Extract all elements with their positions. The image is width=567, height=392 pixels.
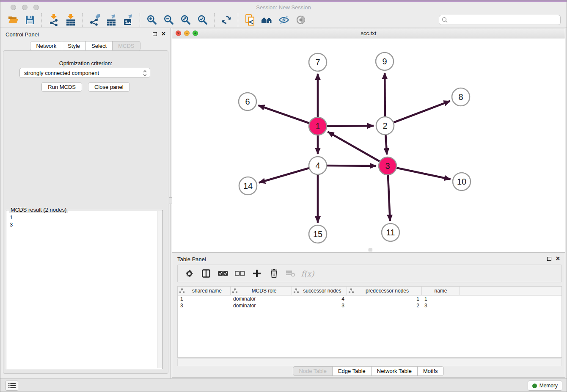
graph-node-label-2: 2	[383, 121, 387, 130]
close-table-panel-icon[interactable]: ×	[556, 255, 560, 262]
toolbar-separator	[82, 13, 83, 27]
table-header-row: shared name MCDS role successor nodes pr…	[178, 287, 561, 295]
tab-edge-table[interactable]: Edge Table	[332, 366, 372, 376]
toolbar-separator	[41, 13, 42, 27]
float-panel-icon[interactable]	[153, 32, 157, 36]
column-header-successor-nodes[interactable]: successor nodes	[292, 287, 347, 295]
close-panel-button[interactable]: Close panel	[88, 82, 130, 92]
mcds-panel: Optimization criterion: strongly connect…	[3, 50, 168, 374]
toolbar-separator	[140, 13, 140, 27]
delete-column-icon[interactable]	[268, 268, 279, 279]
graph-node-label-15: 15	[313, 229, 322, 239]
task-history-button[interactable]	[6, 381, 18, 391]
table-panel: Table Panel ×	[172, 252, 565, 378]
search-input[interactable]	[448, 17, 560, 23]
cell-shared-name: 3	[178, 303, 231, 309]
canvas-splitter-grip[interactable]	[369, 248, 372, 251]
search-box	[439, 15, 561, 25]
optimization-criterion-label: Optimization criterion:	[3, 60, 168, 66]
toolbar-separator	[238, 13, 239, 27]
tab-mcds[interactable]: MCDS	[112, 41, 140, 51]
graph-edge-3-10[interactable]	[388, 166, 451, 179]
graph-node-label-14: 14	[243, 181, 253, 190]
export-network-icon[interactable]	[88, 14, 101, 26]
close-panel-icon[interactable]: ×	[162, 30, 165, 38]
table-tabs: Node Table Edge Table Network Table Moti…	[172, 366, 565, 376]
column-type-icon	[349, 288, 354, 293]
tab-node-table[interactable]: Node Table	[293, 366, 333, 376]
table-row[interactable]: 3 dominator 3 2 3	[178, 302, 561, 309]
tab-network[interactable]: Network	[30, 41, 62, 51]
optimization-criterion-dropdown[interactable]: strongly connected component	[19, 68, 150, 78]
refresh-icon[interactable]	[220, 14, 233, 26]
show-all-icon[interactable]	[295, 14, 307, 26]
main-area: Control Panel × Network Style Select MCD…	[0, 28, 567, 379]
main-toolbar	[0, 12, 567, 28]
export-image-icon[interactable]	[122, 14, 135, 26]
cell-mcds-role: dominator	[231, 296, 292, 302]
graph-node-label-9: 9	[382, 57, 387, 66]
table-row[interactable]: 1 dominator 4 1 1	[178, 295, 561, 302]
cell-name: 3	[422, 303, 460, 309]
import-table-icon[interactable]	[64, 14, 77, 26]
graph-node-label-7: 7	[315, 58, 320, 67]
titlebar: Session: New Session	[0, 0, 567, 12]
save-session-icon[interactable]	[24, 14, 36, 26]
first-neighbors-icon[interactable]	[261, 14, 273, 26]
zoom-fit-icon[interactable]	[179, 14, 192, 26]
result-scrollbar[interactable]	[157, 211, 162, 368]
graph-edge-2-8[interactable]	[385, 101, 450, 126]
import-network-icon[interactable]	[47, 14, 60, 26]
tab-select[interactable]: Select	[85, 41, 113, 51]
dropdown-value: strongly connected component	[24, 70, 99, 76]
export-table-icon[interactable]	[105, 14, 118, 26]
graph-node-label-8: 8	[458, 92, 463, 102]
tab-style[interactable]: Style	[62, 41, 86, 51]
graph-node-label-11: 11	[386, 228, 395, 237]
clone-network-icon[interactable]	[244, 14, 256, 26]
network-canvas[interactable]: 7968124314101511	[172, 39, 565, 252]
show-all-columns-icon[interactable]	[217, 268, 228, 279]
function-builder-icon[interactable]: f(x)	[302, 268, 313, 279]
graph-edge-1-6[interactable]	[258, 105, 318, 126]
window-title: Session: New Session	[0, 4, 567, 11]
search-icon	[442, 17, 448, 23]
cell-successor-nodes: 4	[292, 296, 347, 302]
column-browser-icon[interactable]	[201, 268, 212, 279]
delete-table-icon[interactable]	[285, 268, 296, 279]
graph-edge-3-1[interactable]	[328, 132, 388, 166]
network-graph: 7968124314101511	[172, 39, 565, 251]
graph-node-label-3: 3	[385, 161, 390, 171]
open-session-icon[interactable]	[7, 14, 19, 26]
control-panel-title: Control Panel	[6, 31, 39, 38]
column-header-shared-name[interactable]: shared name	[178, 287, 231, 295]
column-header-name[interactable]: name	[422, 287, 460, 295]
control-panel: Control Panel × Network Style Select MCD…	[0, 28, 171, 379]
control-panel-tabs: Network Style Select MCDS	[0, 41, 171, 51]
mcds-buttons: Run MCDS Close panel	[3, 82, 168, 92]
zoom-selected-icon[interactable]	[196, 14, 209, 26]
network-window: × − + scc.txt 7968124314101511	[172, 28, 565, 252]
table-horizontal-scrollbar[interactable]	[177, 359, 562, 366]
mcds-result-line: 1	[10, 214, 13, 221]
node-table: shared name MCDS role successor nodes pr…	[177, 286, 562, 358]
column-type-icon	[179, 288, 184, 293]
graph-node-label-6: 6	[245, 97, 250, 106]
column-header-mcds-role[interactable]: MCDS role	[231, 287, 292, 295]
hide-all-columns-icon[interactable]	[234, 268, 245, 279]
memory-button[interactable]: Memory	[528, 381, 562, 391]
create-column-icon[interactable]	[251, 268, 262, 279]
tab-motifs[interactable]: Motifs	[417, 366, 444, 376]
zoom-out-icon[interactable]	[162, 14, 175, 26]
hide-selected-icon[interactable]	[278, 14, 290, 26]
cell-predecessor-nodes: 1	[347, 296, 422, 302]
run-mcds-button[interactable]: Run MCDS	[41, 82, 82, 92]
float-table-panel-icon[interactable]	[547, 257, 551, 261]
toolbar-separator	[214, 13, 215, 27]
graph-node-label-1: 1	[315, 121, 320, 131]
tab-network-table[interactable]: Network Table	[371, 366, 418, 376]
table-settings-icon[interactable]	[184, 268, 195, 279]
column-header-predecessor-nodes[interactable]: predecessor nodes	[347, 287, 422, 295]
zoom-in-icon[interactable]	[146, 14, 158, 26]
memory-status-icon	[532, 384, 537, 388]
